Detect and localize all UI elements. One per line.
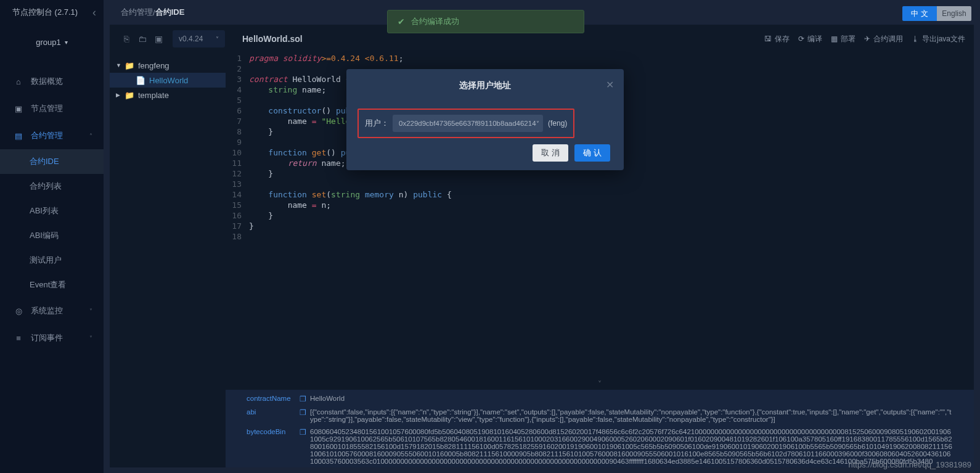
nav-sub-abi-code[interactable]: ABI编码 (0, 223, 104, 248)
sidebar: 节点控制台 (2.7.1) ‹ group1 ▾ ⌂ 数据概览 ▣ 节点管理 ▤… (0, 0, 104, 473)
call-button[interactable]: ✈合约调用 (864, 34, 903, 44)
caret-down-icon: ▾ (65, 39, 68, 46)
rss-icon: ≡ (14, 334, 23, 343)
compiler-version-select[interactable]: v0.4.24 ˅ (173, 30, 225, 47)
alert-text: 合约编译成功 (411, 16, 459, 27)
collapse-icon[interactable]: ‹ (92, 6, 96, 19)
code-editor[interactable]: 123456789101112131415161718 pragma solid… (226, 53, 974, 380)
call-icon: ✈ (864, 35, 870, 43)
content: ⎘ 🗀 ▣ v0.4.24 ˅ HelloWorld.sol 🖫保存 ⟳编译 ▦… (110, 25, 974, 467)
nav-sub-test-user[interactable]: 测试用户 (0, 248, 104, 273)
nav-sub-list[interactable]: 合约列表 (0, 174, 104, 199)
save-button[interactable]: 🖫保存 (764, 34, 790, 44)
deploy-icon: ▦ (831, 35, 838, 43)
tree-folder-template[interactable]: ▶ 📁 template (110, 88, 226, 102)
app-title: 节点控制台 (2.7.1) (12, 7, 78, 18)
cube-icon: ▣ (14, 104, 23, 113)
group-select[interactable]: group1 ▾ (0, 30, 104, 54)
nav-sub-ide[interactable]: 合约IDE (0, 149, 104, 174)
code-body[interactable]: pragma solidity>=0.4.24 <0.6.11; contrac… (245, 53, 974, 380)
nav-sub-events[interactable]: ≡ 订阅事件 ˅ (0, 324, 104, 352)
breadcrumb-current: 合约IDE (155, 7, 185, 18)
compile-icon: ⟳ (798, 35, 804, 43)
save-icon: 🖫 (764, 35, 772, 43)
check-icon: ✔ (398, 17, 405, 27)
tree-folder-fengfeng[interactable]: ▼ 📁 fengfeng (110, 58, 226, 73)
watermark: https://blog.csdn.net/qq_19381989 (849, 460, 972, 469)
new-folder-icon[interactable]: 🗀 (134, 34, 150, 44)
copy-icon[interactable]: ❐ (300, 428, 306, 465)
output-panel: contractName ❐ HelloWorld abi ❐ [{"const… (226, 390, 974, 467)
nav-sub-event[interactable]: Event查看 (0, 273, 104, 297)
arrow-down-icon: ▼ (116, 62, 125, 68)
nav-sys-monitor[interactable]: ◎ 系统监控 ˅ (0, 297, 104, 324)
sidebar-header: 节点控制台 (2.7.1) ‹ (0, 0, 104, 25)
folder-icon: 📁 (125, 61, 134, 70)
lang-switch: 中 文 English (902, 6, 971, 21)
home-icon: ⌂ (14, 77, 23, 86)
chevron-up-icon: ˄ (89, 133, 92, 139)
nav-data-overview[interactable]: ⌂ 数据概览 (0, 68, 104, 95)
breadcrumb-parent[interactable]: 合约管理 (121, 7, 153, 18)
export-button[interactable]: ⭳导出java文件 (912, 34, 965, 44)
abi-label: abi (247, 408, 300, 423)
copy-icon[interactable]: ❐ (300, 395, 306, 403)
chevron-down-icon: ˅ (89, 335, 92, 342)
contract-icon: ▤ (14, 131, 23, 141)
main: 合约管理 / 合约IDE 中 文 English ⎘ 🗀 ▣ v0.4.24 ˅… (104, 0, 980, 473)
arrow-right-icon: ▶ (116, 92, 125, 98)
file-tree: ▼ 📁 fengfeng 📄 HelloWorld ▶ 📁 template (110, 53, 226, 380)
abi-value: [{"constant":false,"inputs":[{"name":"n"… (310, 408, 953, 423)
nav-sub-abi-list[interactable]: ABI列表 (0, 199, 104, 223)
gutter: 123456789101112131415161718 (226, 53, 245, 380)
folder-icon: 📁 (125, 91, 134, 100)
group-label: group1 (36, 38, 60, 47)
download-icon: ⭳ (912, 35, 919, 43)
monitor-icon: ◎ (14, 306, 23, 316)
nav-node-mgmt[interactable]: ▣ 节点管理 (0, 95, 104, 122)
bytecode-label: bytecodeBin (247, 428, 300, 465)
new-file-icon[interactable]: ⎘ (118, 34, 134, 44)
lang-zh-button[interactable]: 中 文 (902, 6, 937, 21)
compile-button[interactable]: ⟳编译 (798, 34, 822, 44)
contractname-value: HelloWorld (310, 395, 953, 403)
tree-file-helloworld[interactable]: 📄 HelloWorld (110, 73, 226, 88)
deploy-button[interactable]: ▦部署 (831, 34, 855, 44)
chevron-down-icon: ˅ (89, 308, 92, 315)
copy-icon[interactable]: ▣ (150, 34, 166, 44)
bytecode-value: 608060405234801561001057600080fd5b506040… (310, 428, 953, 465)
file-title: HelloWorld.sol (242, 34, 303, 44)
lang-en-button[interactable]: English (937, 6, 971, 21)
contractname-label: contractName (247, 395, 300, 403)
panel-toggle[interactable]: ˅ (226, 380, 974, 390)
success-alert: ✔ 合约编译成功 (387, 10, 584, 33)
file-icon: 📄 (136, 76, 145, 85)
caret-down-icon: ˅ (216, 36, 219, 43)
nav-contract-mgmt[interactable]: ▤ 合约管理 ˄ (0, 122, 104, 149)
copy-icon[interactable]: ❐ (300, 408, 306, 423)
